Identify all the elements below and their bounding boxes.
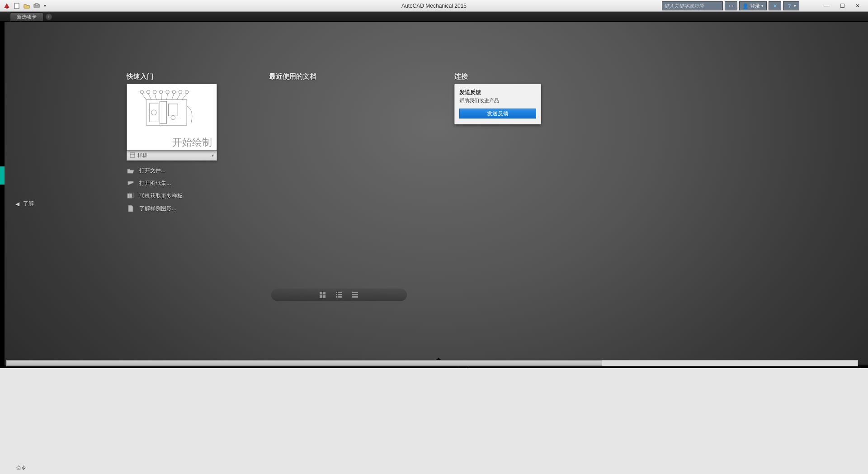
- column-quick-start: 快速入门 开始绘制: [127, 72, 222, 215]
- svg-line-17: [161, 94, 161, 100]
- feedback-card: 发送反馈 帮助我们改进产品 发送反馈: [454, 84, 541, 124]
- start-drawing-label: 开始绘制: [172, 136, 212, 149]
- chevron-down-icon: ▾: [761, 4, 764, 8]
- scrollbar-thumb[interactable]: [7, 360, 602, 366]
- cad-sketch-thumbnail: [132, 87, 211, 134]
- svg-rect-4: [35, 4, 38, 5]
- quick-links: 打开文件... 打开图纸集... 联机获取更多样板 了解样例图形...: [127, 164, 222, 215]
- svg-line-21: [182, 94, 187, 100]
- quick-start-title: 快速入门: [127, 72, 222, 81]
- app-menu-button[interactable]: M: [2, 1, 12, 10]
- command-label: 命令: [16, 465, 26, 471]
- close-button[interactable]: ✕: [850, 1, 865, 11]
- qat-more-icon[interactable]: ▾: [42, 1, 48, 10]
- sheet-set-icon: [127, 180, 135, 186]
- status-area: 命令: [0, 368, 868, 474]
- title-bar: M ▾ AutoCAD Mechanical 2015 键入关键字或短语 👓 👤…: [0, 0, 868, 12]
- svg-rect-23: [150, 103, 158, 122]
- svg-rect-25: [168, 104, 178, 116]
- template-icon: [130, 152, 135, 159]
- document-icon: [127, 205, 135, 212]
- svg-line-20: [177, 94, 180, 100]
- templates-online-icon: [127, 193, 135, 199]
- left-accent-bar: [0, 166, 5, 185]
- document-tab-row: 新选项卡 +: [0, 12, 868, 22]
- template-label: 样板: [137, 152, 147, 159]
- exchange-icon: ✕: [772, 3, 778, 9]
- svg-line-14: [142, 94, 146, 100]
- start-canvas: ◀ 了解 快速入门: [5, 22, 868, 365]
- view-grid-large-icon[interactable]: [320, 292, 326, 298]
- link-open-file[interactable]: 打开文件...: [127, 164, 222, 177]
- link-more-templates[interactable]: 联机获取更多样板: [127, 190, 222, 202]
- minimize-button[interactable]: —: [819, 1, 835, 11]
- link-label: 了解样例图形...: [139, 205, 176, 213]
- chevron-down-icon: ▾: [212, 153, 214, 158]
- svg-rect-28: [130, 153, 135, 157]
- nav-left-label: 了解: [23, 200, 34, 208]
- connect-title: 连接: [454, 72, 549, 81]
- svg-point-27: [171, 115, 175, 119]
- recent-docs-title: 最近使用的文档: [269, 72, 418, 81]
- tab-label: 新选项卡: [17, 14, 37, 20]
- column-recent-docs: 最近使用的文档: [269, 72, 418, 81]
- start-drawing-card[interactable]: 开始绘制: [127, 84, 217, 151]
- recent-view-toggle: [271, 289, 407, 301]
- horizontal-scrollbar[interactable]: [6, 360, 858, 366]
- triangle-left-icon: ◀: [15, 201, 19, 207]
- svg-text:M: M: [6, 7, 8, 9]
- plot-icon[interactable]: [32, 1, 42, 10]
- login-label: 登录: [750, 3, 760, 9]
- title-bar-right: 键入关键字或短语 👓 👤 登录 ▾ ✕ ? ▾ — ☐ ✕: [662, 1, 865, 11]
- chevron-down-icon: ▾: [794, 4, 796, 8]
- link-open-sheet-set[interactable]: 打开图纸集...: [127, 177, 222, 190]
- template-dropdown[interactable]: 样板 ▾: [127, 151, 217, 161]
- svg-rect-24: [160, 101, 167, 123]
- add-tab-button[interactable]: +: [45, 13, 52, 20]
- svg-rect-2: [14, 3, 19, 9]
- svg-line-16: [155, 94, 156, 100]
- exchange-button[interactable]: ✕: [769, 1, 781, 10]
- column-connect: 连接 发送反馈 帮助我们改进产品 发送反馈: [454, 72, 549, 124]
- open-file-icon[interactable]: [22, 1, 32, 10]
- binoculars-icon: 👓: [728, 3, 734, 9]
- svg-line-18: [167, 94, 168, 100]
- link-label: 打开文件...: [139, 167, 165, 175]
- feedback-subtitle: 帮助我们改进产品: [459, 97, 536, 104]
- search-placeholder: 键入关键字或短语: [664, 3, 704, 9]
- new-file-icon[interactable]: [12, 1, 22, 10]
- view-list-icon[interactable]: [336, 292, 342, 298]
- svg-line-15: [148, 94, 151, 100]
- send-feedback-button[interactable]: 发送反馈: [459, 109, 536, 118]
- help-button[interactable]: ? ▾: [783, 1, 799, 10]
- tab-new[interactable]: 新选项卡: [10, 12, 43, 21]
- feedback-title: 发送反馈: [459, 89, 536, 96]
- window-controls: — ☐ ✕: [819, 1, 865, 11]
- quick-access-toolbar: M ▾: [2, 1, 48, 10]
- maximize-button[interactable]: ☐: [835, 1, 850, 11]
- link-label: 联机获取更多样板: [139, 192, 183, 200]
- app-title: AutoCAD Mechanical 2015: [401, 3, 467, 9]
- search-input[interactable]: 键入关键字或短语: [662, 1, 723, 10]
- feedback-button-label: 发送反馈: [487, 110, 509, 118]
- svg-line-19: [172, 94, 174, 100]
- link-sample-drawings[interactable]: 了解样例图形...: [127, 202, 222, 215]
- folder-open-icon: [127, 168, 135, 174]
- help-icon: ?: [786, 3, 793, 9]
- nav-left-learn[interactable]: ◀ 了解: [15, 200, 34, 208]
- login-button[interactable]: 👤 登录 ▾: [739, 1, 767, 10]
- link-label: 打开图纸集...: [139, 180, 171, 187]
- svg-point-26: [151, 110, 156, 115]
- infocenter-button[interactable]: 👓: [725, 1, 737, 10]
- view-detail-icon[interactable]: [352, 292, 359, 298]
- user-icon: 👤: [742, 3, 749, 9]
